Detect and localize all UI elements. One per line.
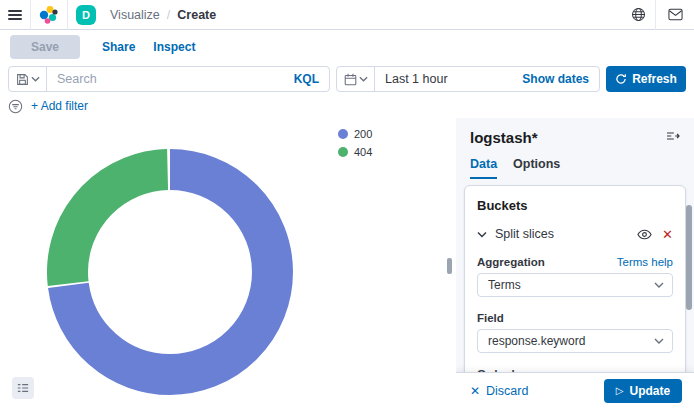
breadcrumb-current: Create bbox=[177, 8, 216, 22]
tab-options[interactable]: Options bbox=[513, 157, 560, 179]
field-label: Field bbox=[477, 312, 504, 324]
filter-menu-button[interactable] bbox=[8, 99, 23, 114]
time-range-value[interactable]: Last 1 hour bbox=[375, 72, 512, 86]
close-icon: ✕ bbox=[470, 384, 480, 398]
sidebar-footer: ✕ Discard ▷ Update bbox=[456, 372, 694, 408]
main-content: 200 404 logstash* bbox=[0, 118, 694, 408]
chevron-down-icon bbox=[654, 282, 664, 288]
newsfeed-button[interactable] bbox=[656, 0, 694, 30]
refresh-label: Refresh bbox=[632, 72, 677, 86]
discard-label: Discard bbox=[486, 384, 528, 398]
header-divider bbox=[67, 0, 68, 30]
aggregation-value: Terms bbox=[488, 278, 654, 292]
eye-icon[interactable] bbox=[637, 229, 652, 240]
aggregation-label: Aggregation bbox=[477, 256, 545, 268]
index-pattern-title: logstash* bbox=[470, 129, 538, 146]
play-icon: ▷ bbox=[616, 385, 624, 396]
show-dates-button[interactable]: Show dates bbox=[512, 72, 599, 86]
refresh-icon bbox=[615, 73, 627, 85]
kql-button[interactable]: KQL bbox=[284, 72, 329, 86]
space-badge[interactable]: D bbox=[76, 5, 96, 25]
query-bar: KQL bbox=[8, 66, 330, 92]
filter-icon bbox=[8, 99, 23, 114]
discard-button[interactable]: ✕ Discard bbox=[470, 384, 528, 398]
donut-chart[interactable] bbox=[47, 149, 293, 395]
chevron-down-icon bbox=[654, 338, 664, 344]
filter-row: + Add filter bbox=[0, 94, 694, 118]
breadcrumb-separator: / bbox=[167, 8, 170, 22]
update-button[interactable]: ▷ Update bbox=[604, 379, 682, 403]
header-right bbox=[621, 0, 694, 30]
tab-data[interactable]: Data bbox=[470, 157, 497, 179]
date-picker: Last 1 hour Show dates bbox=[336, 66, 600, 92]
legend-item[interactable]: 200 bbox=[338, 128, 372, 140]
saved-query-menu-button[interactable] bbox=[9, 67, 47, 91]
refresh-button[interactable]: Refresh bbox=[606, 66, 686, 92]
save-icon bbox=[16, 73, 29, 86]
sidebar-tabs: Data Options bbox=[470, 157, 682, 179]
legend-dot bbox=[338, 147, 348, 157]
panel-resizer-handle[interactable] bbox=[447, 258, 452, 274]
update-label: Update bbox=[630, 384, 671, 398]
globe-icon bbox=[631, 7, 646, 22]
field-value: response.keyword bbox=[488, 334, 654, 348]
legend-toggle-button[interactable] bbox=[12, 377, 34, 399]
sidebar-scrollbar[interactable] bbox=[686, 205, 692, 310]
chart-area: 200 404 bbox=[0, 118, 456, 408]
calendar-icon bbox=[344, 73, 357, 86]
add-filter-button[interactable]: + Add filter bbox=[31, 99, 88, 113]
chevron-down-icon bbox=[31, 76, 40, 82]
breadcrumb: Visualize / Create bbox=[110, 8, 216, 22]
list-icon bbox=[17, 382, 29, 394]
date-quick-menu-button[interactable] bbox=[337, 67, 375, 91]
query-row: KQL Last 1 hour Show dates Refresh bbox=[0, 64, 694, 94]
hamburger-icon bbox=[8, 8, 22, 22]
remove-bucket-icon[interactable]: ✕ bbox=[662, 228, 673, 241]
chart-legend: 200 404 bbox=[338, 128, 372, 158]
top-header: D Visualize / Create bbox=[0, 0, 694, 30]
menu-button[interactable] bbox=[0, 0, 30, 30]
terms-help-link[interactable]: Terms help bbox=[617, 256, 673, 268]
elastic-logo-icon bbox=[39, 5, 59, 25]
vis-editor-sidebar: logstash* Data Options Buckets Split s bbox=[456, 118, 694, 408]
toolbar-row: Save Share Inspect bbox=[0, 30, 694, 64]
inspect-button[interactable]: Inspect bbox=[153, 40, 195, 54]
mail-icon bbox=[668, 8, 683, 21]
chevron-down-icon bbox=[359, 76, 368, 82]
field-label-row: Field bbox=[477, 312, 673, 324]
sidebar-header: logstash* bbox=[470, 128, 682, 147]
legend-label: 200 bbox=[354, 128, 372, 140]
buckets-title: Buckets bbox=[477, 198, 673, 213]
kibana-visualize-app: D Visualize / Create S bbox=[0, 0, 694, 408]
help-button[interactable] bbox=[621, 0, 655, 30]
field-select[interactable]: response.keyword bbox=[477, 329, 673, 353]
legend-label: 404 bbox=[354, 146, 372, 158]
aggregation-select[interactable]: Terms bbox=[477, 273, 673, 297]
split-slices-label[interactable]: Split slices bbox=[495, 227, 554, 241]
search-input[interactable] bbox=[47, 72, 284, 86]
legend-dot bbox=[338, 129, 348, 139]
aggregation-label-row: Aggregation Terms help bbox=[477, 256, 673, 268]
collapse-panel-icon bbox=[666, 130, 680, 142]
save-button[interactable]: Save bbox=[10, 35, 80, 59]
breadcrumb-section[interactable]: Visualize bbox=[110, 8, 160, 22]
donut-svg[interactable] bbox=[47, 149, 293, 395]
split-slices-row: Split slices ✕ bbox=[477, 227, 673, 241]
elastic-logo[interactable] bbox=[31, 0, 67, 30]
legend-item[interactable]: 404 bbox=[338, 146, 372, 158]
collapse-sidebar-button[interactable] bbox=[664, 128, 682, 147]
bucket-actions: ✕ bbox=[637, 228, 673, 241]
chevron-down-icon[interactable] bbox=[477, 231, 487, 238]
share-button[interactable]: Share bbox=[102, 40, 135, 54]
